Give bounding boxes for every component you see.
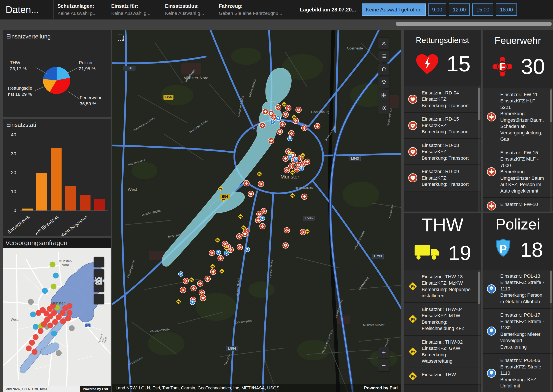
map-marker-polizei[interactable]: P — [293, 157, 298, 162]
map-marker-polizei[interactable]: P — [260, 216, 265, 221]
bar-series-5[interactable] — [94, 199, 105, 211]
map-marker-feuerwehr[interactable]: F — [279, 121, 286, 127]
bar-Am Einsatzort[interactable] — [51, 148, 62, 210]
map-marker-feuerwehr[interactable]: F — [284, 167, 290, 174]
versorgung-dot-gray[interactable] — [69, 325, 75, 331]
list-item[interactable]: Einsatznr.: RD-15EinsatzKFZ:Bemerkung: T… — [404, 112, 481, 139]
list-item[interactable]: PEinsatznr.: POL-06EinsatzKFZ: Streife -… — [483, 354, 553, 392]
collapse-up-button[interactable] — [378, 38, 389, 49]
map-marker-feuerwehr[interactable]: F — [259, 122, 266, 129]
map-marker-feuerwehr[interactable]: F — [258, 181, 264, 187]
filter-einsatz-fuer[interactable]: Einsatz für: Keine Auswahl g... — [107, 0, 161, 19]
map-marker-feuerwehr[interactable]: F — [314, 123, 321, 129]
map-marker-feuerwehr[interactable]: F — [210, 269, 216, 275]
list-item[interactable]: FEinsatznr.: FW-11EinsatzKFZ HLF - 5221B… — [483, 88, 553, 146]
list-item[interactable]: FEinsatznr.: FW-15EinsatzKFZ MLF - 7000B… — [483, 146, 553, 198]
versorgung-dot-green[interactable] — [49, 261, 55, 267]
map-marker-polizei[interactable]: P — [245, 247, 250, 252]
versorgung-dot-red[interactable] — [26, 345, 32, 351]
map-marker-thw[interactable] — [281, 102, 287, 107]
map-marker-polizei[interactable]: P — [190, 300, 195, 305]
map-marker-feuerwehr[interactable]: F — [204, 275, 211, 282]
map-marker-polizei[interactable]: P — [287, 154, 292, 160]
versorgung-dot-red[interactable] — [65, 315, 71, 321]
map-marker-rettungsdienst[interactable] — [276, 128, 283, 135]
filter-value[interactable]: Keine Auswahl g... — [111, 11, 157, 16]
map-marker-rettungsdienst[interactable] — [248, 191, 254, 197]
map-marker-feuerwehr[interactable]: F — [301, 193, 308, 200]
filter-fahrzeug[interactable]: Fahrzeug: Geben Sie eine Fahrzeugnu... — [215, 0, 294, 19]
versorgung-dot-blue[interactable] — [42, 288, 48, 294]
map-marker-thw[interactable] — [215, 237, 221, 243]
map-marker-rettungsdienst[interactable] — [295, 106, 302, 113]
collapse-left-button[interactable] — [94, 294, 104, 304]
map-marker-thw[interactable] — [241, 225, 247, 231]
versorgung-dot-blue[interactable] — [51, 331, 57, 337]
versorgung-dot-red[interactable] — [38, 328, 43, 334]
legend-button[interactable] — [378, 50, 389, 62]
bar-chart[interactable]: 403020100EinsatzbereitAm EinsatzortZiela… — [3, 119, 111, 236]
main-map[interactable]: Münster-NordCoerheideGasselstiegeGrevene… — [112, 30, 401, 392]
map-marker-polizei[interactable]: P — [224, 251, 229, 256]
map-marker-feuerwehr[interactable]: F — [190, 285, 197, 292]
versorgung-dot-red[interactable] — [32, 349, 38, 355]
versorgung-dot-blue[interactable] — [33, 324, 39, 330]
map-marker-feuerwehr[interactable]: F — [262, 108, 269, 115]
collapse-left-button[interactable] — [378, 102, 389, 114]
time-button-18-00[interactable]: 18:00 — [496, 3, 517, 16]
list-item[interactable]: Einsatznr.: THW-13EinsatzKFZ: MzKWBemerk… — [404, 270, 481, 303]
map-marker-polizei[interactable]: P — [216, 250, 221, 255]
versorgung-dot-red[interactable] — [67, 310, 73, 316]
map-marker-thw[interactable] — [238, 214, 244, 220]
versorgung-dot-red[interactable] — [51, 310, 57, 316]
list-item[interactable]: Einsatznr.: THW-02EinsatzKFZ: GKWBemerku… — [404, 336, 481, 368]
versorgung-dot-red[interactable] — [41, 321, 47, 327]
basemap-button[interactable] — [378, 90, 389, 101]
map-marker-feuerwehr[interactable]: F — [259, 223, 266, 230]
map-marker-feuerwehr[interactable]: F — [243, 180, 250, 187]
map-marker-polizei[interactable]: P — [276, 115, 281, 121]
layers-button[interactable] — [378, 77, 389, 88]
list-item[interactable]: PEinsatznr.: POL-13EinsatzKFZ: Streife -… — [483, 270, 553, 308]
list-item[interactable]: Einsatznr.: RD-03EinsatzKFZ:Bemerkung: T… — [404, 139, 481, 165]
bar-series-3[interactable] — [65, 186, 76, 210]
map-marker-thw[interactable] — [291, 114, 297, 120]
mini-map[interactable]: Münster- NordWestMünsterDortmund-Ems-Kan… — [3, 248, 111, 386]
versorgung-dot-blue[interactable] — [30, 311, 36, 317]
map-marker-feuerwehr[interactable]: F — [268, 137, 274, 144]
map-marker-feuerwehr[interactable]: F — [284, 227, 290, 234]
map-marker-polizei[interactable]: P — [178, 271, 184, 277]
map-marker-rettungsdienst[interactable] — [268, 110, 274, 117]
map-marker-thw[interactable] — [218, 186, 223, 192]
map-marker-feuerwehr[interactable]: F — [217, 255, 224, 261]
map-marker-feuerwehr[interactable]: F — [209, 250, 215, 256]
map-marker-feuerwehr[interactable]: F — [275, 104, 282, 111]
filter-value[interactable]: Keine Auswahl g... — [165, 11, 211, 16]
map-marker-feuerwehr[interactable]: F — [288, 130, 295, 137]
filter-value[interactable]: Keine Auswahl g... — [57, 11, 103, 16]
versorgung-dot-red[interactable] — [52, 319, 58, 325]
map-marker-thw[interactable] — [257, 171, 263, 177]
versorgung-dot-red[interactable] — [33, 334, 39, 340]
list-item[interactable]: FEinsatznr.: FW-10 — [483, 198, 553, 211]
map-marker-thw[interactable] — [176, 299, 181, 304]
map-marker-rettungsdienst[interactable] — [242, 231, 248, 237]
map-marker-polizei[interactable]: P — [287, 136, 292, 141]
list-item[interactable]: Einsatznr.: THW-04EinsatzKFZ: MTWBemerku… — [404, 303, 481, 336]
map-marker-feuerwehr[interactable]: F — [236, 244, 243, 251]
map-marker-rettungsdienst[interactable] — [282, 111, 289, 118]
list-scrollbar-thumb[interactable] — [550, 271, 552, 303]
map-marker-polizei[interactable]: P — [299, 166, 304, 172]
map-marker-rettungsdienst[interactable] — [282, 242, 289, 249]
time-button-keine-auswahl[interactable]: Keine Auswahl getroffen — [362, 3, 426, 16]
versorgung-dot-red[interactable] — [29, 340, 35, 346]
filter-schutzanlagen[interactable]: Schutzanlagen: Keine Auswahl g... — [54, 0, 107, 19]
versorgung-dot-gray[interactable] — [28, 299, 34, 305]
selection-tool-icon[interactable] — [118, 35, 124, 41]
map-marker-feuerwehr[interactable]: F — [300, 229, 306, 235]
fahrzeug-input[interactable]: Geben Sie eine Fahrzeugnu... — [219, 11, 290, 16]
map-marker-thw[interactable] — [219, 268, 225, 274]
map-marker-feuerwehr[interactable]: F — [180, 287, 186, 293]
bar-series-1[interactable] — [36, 173, 47, 210]
map-marker-thw[interactable] — [189, 277, 194, 283]
